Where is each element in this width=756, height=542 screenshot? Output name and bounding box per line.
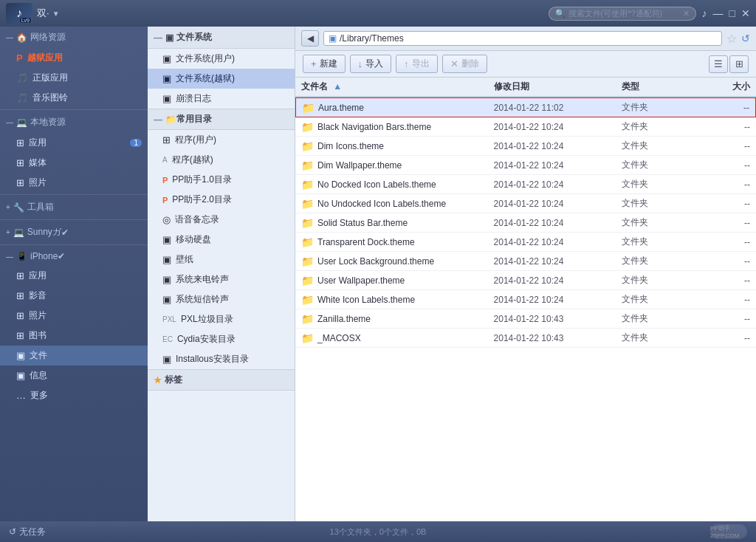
mid-section-tags[interactable]: ★ 标签 bbox=[148, 369, 295, 391]
table-row[interactable]: 📁 White Icon Labels.theme 2014-01-22 10:… bbox=[295, 290, 756, 309]
sidebar-item-local-media[interactable]: ⊞ 媒体 bbox=[0, 153, 148, 173]
mid-item-voice-memo[interactable]: ◎ 语音备忘录 bbox=[148, 210, 295, 230]
bookmark-star-icon[interactable]: ☆ bbox=[726, 32, 737, 46]
mid-item-sys-ringtone[interactable]: ▣ 系统来电铃声 bbox=[148, 270, 295, 289]
list-view-button[interactable]: ☰ bbox=[709, 55, 728, 73]
table-row[interactable]: 📁 Dim Icons.theme 2014-01-22 10:24 文件夹 -… bbox=[295, 137, 756, 156]
sidebar-section-tools[interactable]: + 🔧 工具箱 bbox=[0, 196, 148, 218]
mid-item-cydia[interactable]: EC Cydia安装目录 bbox=[148, 329, 295, 349]
table-row[interactable]: 📁 No Undocked Icon Labels.theme 2014-01-… bbox=[295, 194, 756, 213]
mid-item-wallpaper[interactable]: ▣ 壁纸 bbox=[148, 250, 295, 270]
sidebar-item-iphone-more-label: 更多 bbox=[30, 389, 48, 402]
search-icon: 🔍 bbox=[555, 9, 566, 18]
search-clear-icon[interactable]: ✕ bbox=[683, 9, 690, 18]
col-header-date[interactable]: 修改日期 bbox=[494, 80, 622, 93]
table-row[interactable]: 📁 Aura.theme 2014-01-22 11:02 文件夹 -- bbox=[295, 97, 756, 117]
iphone-check-icon: ✔ bbox=[58, 251, 65, 261]
media-icon: ⊞ bbox=[16, 157, 24, 168]
table-row[interactable]: 📁 User Wallpaper.theme 2014-01-22 10:24 … bbox=[295, 271, 756, 290]
view-buttons: ☰ ⊞ bbox=[709, 55, 749, 73]
sidebar-item-iphone-photos[interactable]: ⊞ 照片 bbox=[0, 306, 148, 326]
delete-label: 删除 bbox=[461, 58, 479, 70]
mid-item-programs-user-label: 程序(用户) bbox=[175, 134, 216, 146]
sidebar-section-iphone[interactable]: — 📱 iPhone ✔ bbox=[0, 247, 148, 266]
sidebar-item-jailbreak-apps[interactable]: P 越狱应用 bbox=[0, 48, 148, 68]
table-row[interactable]: 📁 Transparent Dock.theme 2014-01-22 10:2… bbox=[295, 233, 756, 252]
sidebar-item-iphone-messages[interactable]: ▣ 信息 bbox=[0, 366, 148, 385]
col-header-name[interactable]: 文件名 ▲ bbox=[301, 80, 494, 93]
delete-button[interactable]: ✕ 删除 bbox=[442, 55, 487, 73]
common-dirs-toggle-icon: — bbox=[154, 114, 162, 125]
sidebar-item-iphone-media[interactable]: ⊞ 影音 bbox=[0, 286, 148, 306]
mid-item-filesystem-user[interactable]: ▣ 文件系统(用户) bbox=[148, 49, 295, 69]
sidebar-item-ringtones[interactable]: 🎵 音乐图铃 bbox=[0, 88, 148, 108]
sidebar-item-official-apps[interactable]: 🎵 正版应用 bbox=[0, 68, 148, 88]
sidebar-section-network[interactable]: — 🏠 网络资源 bbox=[0, 27, 148, 48]
titlebar-dropdown[interactable]: ▼ bbox=[52, 10, 60, 18]
mid-item-cydia-label: Cydia安装目录 bbox=[177, 333, 236, 346]
mid-item-mobile-hdd[interactable]: ▣ 移动硬盘 bbox=[148, 230, 295, 250]
table-row[interactable]: 📁 Zanilla.theme 2014-01-22 10:43 文件夹 -- bbox=[295, 309, 756, 329]
table-row[interactable]: 📁 _MACOSX 2014-01-22 10:43 文件夹 -- bbox=[295, 329, 756, 348]
mid-item-programs-jb-label: 程序(越狱) bbox=[172, 154, 213, 166]
new-button[interactable]: + 新建 bbox=[303, 55, 346, 73]
mid-item-installous[interactable]: ▣ Installous安装目录 bbox=[148, 349, 295, 369]
wallpaper-icon: ▣ bbox=[162, 254, 171, 265]
table-row[interactable]: 📁 Dim Wallpaper.theme 2014-01-22 10:24 文… bbox=[295, 156, 756, 175]
sidebar-item-local-photos[interactable]: ⊞ 照片 bbox=[0, 173, 148, 193]
sidebar-item-iphone-more[interactable]: … 更多 bbox=[0, 385, 148, 405]
sidebar-item-local-apps[interactable]: ⊞ 应用 1 bbox=[0, 133, 148, 153]
col-header-size[interactable]: 大小 bbox=[686, 80, 750, 93]
table-row[interactable]: 📁 User Lock Background.theme 2014-01-22 … bbox=[295, 252, 756, 271]
mid-item-sys-sms-label: 系统短信铃声 bbox=[176, 293, 229, 306]
mid-item-filesystem-jb[interactable]: ▣ 文件系统(越狱) bbox=[148, 69, 295, 89]
grid-view-icon: ⊞ bbox=[735, 58, 743, 69]
mid-item-programs-user[interactable]: ⊞ 程序(用户) bbox=[148, 130, 295, 150]
back-button[interactable]: ◀ bbox=[301, 30, 319, 47]
filesystem-toggle-icon: — bbox=[154, 32, 162, 43]
search-input[interactable] bbox=[568, 9, 683, 18]
file-date-cell: 2014-01-22 10:24 bbox=[494, 218, 622, 228]
mid-item-programs-jb[interactable]: A 程序(越狱) bbox=[148, 150, 295, 170]
mid-item-pp20[interactable]: P PP助手2.0目录 bbox=[148, 190, 295, 210]
file-size-cell: -- bbox=[686, 333, 750, 343]
maximize-button[interactable]: □ bbox=[729, 7, 735, 19]
sidebar-section-local[interactable]: — 💻 本地资源 bbox=[0, 112, 148, 133]
mid-section-common-dirs[interactable]: — 📁 常用目录 bbox=[148, 109, 295, 130]
folder-icon: 📁 bbox=[301, 332, 313, 344]
export-icon: ↑ bbox=[404, 58, 409, 69]
sidebar-item-iphone-files[interactable]: ▣ 文件 bbox=[0, 346, 148, 366]
export-button[interactable]: ↑ 导出 bbox=[396, 55, 438, 73]
local-section-label: 本地资源 bbox=[30, 116, 66, 128]
pp-icon: P bbox=[16, 52, 23, 64]
sidebar-item-iphone-books[interactable]: ⊞ 图书 bbox=[0, 326, 148, 346]
file-name-text: User Wallpaper.theme bbox=[317, 275, 405, 286]
file-date-cell: 2014-01-22 10:24 bbox=[494, 256, 622, 267]
import-label: 导入 bbox=[365, 58, 383, 70]
table-row[interactable]: 📁 No Docked Icon Labels.theme 2014-01-22… bbox=[295, 175, 756, 194]
grid-view-button[interactable]: ⊞ bbox=[729, 55, 749, 73]
mid-item-pxl-trash[interactable]: PXL PXL垃圾目录 bbox=[148, 309, 295, 329]
file-size-cell: -- bbox=[686, 295, 750, 305]
iphone-books-icon: ⊞ bbox=[16, 330, 24, 341]
sidebar-section-sunny[interactable]: + 💻 Sunnyガ ✔ bbox=[0, 222, 148, 243]
file-size-cell: -- bbox=[685, 103, 749, 113]
file-name-cell: 📁 Transparent Dock.theme bbox=[301, 236, 494, 248]
mid-item-sys-sms[interactable]: ▣ 系统短信铃声 bbox=[148, 289, 295, 309]
table-row[interactable]: 📁 Solid Status Bar.theme 2014-01-22 10:2… bbox=[295, 213, 756, 233]
mid-item-installous-label: Installous安装目录 bbox=[176, 353, 249, 366]
col-header-type[interactable]: 类型 bbox=[622, 80, 686, 93]
music-icon[interactable]: ♪ bbox=[702, 7, 707, 19]
refresh-icon[interactable]: ↺ bbox=[741, 32, 750, 44]
close-button[interactable]: ✕ bbox=[741, 7, 750, 19]
mid-section-filesystem[interactable]: — ▣ 文件系统 bbox=[148, 27, 295, 49]
minimize-button[interactable]: — bbox=[713, 7, 724, 19]
mid-item-crash-logs[interactable]: ▣ 崩溃日志 bbox=[148, 89, 295, 109]
file-date-cell: 2014-01-22 11:02 bbox=[494, 103, 622, 113]
import-button[interactable]: ↓ 导入 bbox=[350, 55, 392, 73]
table-row[interactable]: 📁 Black Navigation Bars.theme 2014-01-22… bbox=[295, 117, 756, 137]
sidebar-item-iphone-apps[interactable]: ⊞ 应用 bbox=[0, 266, 148, 286]
address-path[interactable]: ▣ /Library/Themes bbox=[323, 31, 722, 46]
file-date-cell: 2014-01-22 10:24 bbox=[494, 141, 622, 151]
mid-item-pp10[interactable]: P PP助手1.0目录 bbox=[148, 170, 295, 190]
